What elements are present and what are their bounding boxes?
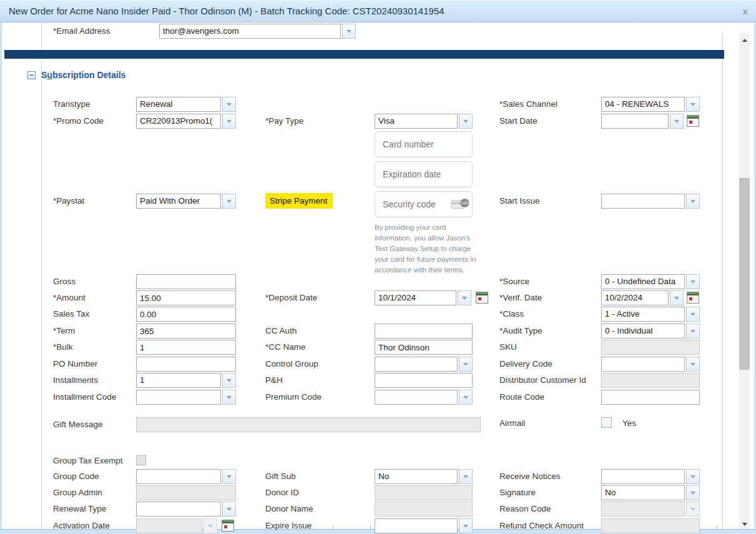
reason-code-select: [601, 502, 700, 517]
sku-input: [601, 340, 700, 355]
gross-input[interactable]: [136, 274, 236, 289]
premium-code-value: [375, 390, 458, 405]
table-column-edge: [370, 525, 371, 529]
delivery-code-select[interactable]: [601, 357, 700, 372]
chevron-down-icon[interactable]: [686, 194, 700, 209]
chevron-down-icon[interactable]: [459, 114, 473, 129]
term-input[interactable]: [136, 324, 236, 339]
signature-select[interactable]: No: [601, 485, 700, 500]
email-select[interactable]: thor@avengers.com: [159, 24, 356, 39]
chevron-down-icon[interactable]: [222, 114, 236, 129]
class-select[interactable]: 1 - Active: [601, 307, 700, 322]
audit-type-select[interactable]: 0 - Individual: [601, 324, 700, 339]
chevron-down-icon[interactable]: [686, 485, 700, 500]
section-title-underlined: u: [47, 70, 52, 80]
sales-tax-input[interactable]: [136, 307, 236, 322]
source-select[interactable]: 0 - Undefined Data: [601, 274, 700, 289]
chevron-down-icon[interactable]: [222, 469, 236, 484]
chevron-down-icon: [686, 502, 700, 517]
distributor-customer-id-label: Distributor Customer Id: [499, 373, 586, 388]
installments-select[interactable]: 1: [136, 373, 236, 388]
chevron-down-icon[interactable]: [686, 97, 700, 112]
installment-code-label: Installment Code: [53, 390, 116, 405]
cvc-card-icon: 123: [451, 198, 469, 210]
installment-code-select[interactable]: [136, 390, 236, 405]
chevron-down-icon[interactable]: [458, 290, 471, 305]
pay-type-value: Visa: [375, 114, 458, 129]
calendar-icon[interactable]: [476, 292, 488, 304]
paystat-value: Paid With Order: [136, 194, 221, 209]
close-icon[interactable]: x: [743, 6, 748, 17]
cvc-123-text: 123: [461, 201, 468, 205]
paystat-select[interactable]: Paid With Order: [136, 194, 236, 209]
chevron-down-icon[interactable]: [670, 114, 684, 129]
table-column-edge: [333, 525, 333, 529]
start-date-value: [601, 114, 669, 129]
premium-code-select[interactable]: [375, 390, 473, 405]
gift-sub-select[interactable]: No: [375, 469, 473, 484]
chevron-down-icon[interactable]: [222, 390, 236, 405]
email-value: thor@avengers.com: [159, 24, 341, 39]
scrollbar-thumb[interactable]: [739, 178, 750, 370]
premium-code-label: Premium Code: [265, 390, 322, 405]
airmail-checkbox[interactable]: [601, 417, 612, 428]
cc-name-input[interactable]: [375, 340, 473, 355]
verif-date-select[interactable]: 10/2/2024: [601, 290, 684, 305]
airmail-yes-label: Yes: [622, 416, 636, 431]
class-label: *Class: [499, 307, 524, 322]
chevron-down-icon[interactable]: [686, 357, 700, 372]
chevron-down-icon[interactable]: [459, 469, 473, 484]
receive-notices-select[interactable]: [601, 469, 700, 484]
group-code-value: [136, 469, 221, 484]
start-issue-select[interactable]: [601, 194, 700, 209]
verif-date-label: *Verif. Date: [499, 290, 542, 305]
transtype-select[interactable]: Renewal: [136, 97, 236, 112]
expire-issue-select[interactable]: [375, 518, 473, 533]
pay-type-select[interactable]: Visa: [375, 114, 473, 129]
po-number-input[interactable]: [136, 357, 236, 372]
chevron-down-icon[interactable]: [670, 290, 684, 305]
group-code-select[interactable]: [136, 469, 236, 484]
cc-auth-input[interactable]: [375, 324, 473, 339]
start-date-select[interactable]: [601, 114, 684, 129]
chevron-down-icon[interactable]: [222, 373, 236, 388]
promo-code-select[interactable]: CR220913Promo1(: [136, 114, 236, 129]
renewal-type-select[interactable]: [136, 502, 236, 517]
collapse-icon[interactable]: −: [27, 71, 36, 79]
chevron-down-icon[interactable]: [686, 324, 700, 339]
activation-date-label: Activation Date: [53, 518, 110, 533]
refund-check-amount-label: Refund Check Amount: [499, 518, 584, 533]
amount-input[interactable]: [136, 290, 236, 305]
calendar-icon[interactable]: [222, 520, 234, 532]
chevron-down-icon[interactable]: [459, 518, 473, 533]
scroll-down-icon[interactable]: [739, 518, 750, 529]
amount-label: *Amount: [53, 290, 86, 305]
card-number-input[interactable]: [375, 131, 473, 157]
bulk-input[interactable]: [136, 340, 236, 355]
chevron-down-icon[interactable]: [222, 194, 236, 209]
expiration-date-input[interactable]: [375, 161, 473, 187]
chevron-down-icon[interactable]: [222, 502, 236, 517]
vertical-scrollbar[interactable]: [739, 32, 750, 529]
chevron-down-icon[interactable]: [686, 469, 700, 484]
cc-auth-label: CC Auth: [265, 324, 297, 339]
route-code-input[interactable]: [601, 390, 700, 405]
chevron-down-icon[interactable]: [459, 390, 473, 405]
deposit-date-select[interactable]: 10/1/2024: [375, 290, 471, 305]
start-issue-label: Start Issue: [499, 194, 540, 209]
calendar-icon[interactable]: [687, 115, 699, 127]
calendar-icon[interactable]: [687, 292, 699, 304]
scroll-up-icon[interactable]: [739, 32, 750, 44]
chevron-down-icon[interactable]: [686, 307, 700, 322]
chevron-down-icon[interactable]: [686, 274, 700, 289]
chevron-down-icon[interactable]: [459, 357, 473, 372]
sales-channel-select[interactable]: 04 - RENEWALS: [601, 97, 700, 112]
gift-message-label: Gift Message: [53, 417, 103, 432]
chevron-down-icon[interactable]: [222, 97, 236, 112]
expire-issue-value: [375, 518, 458, 533]
chevron-down-icon[interactable]: [342, 24, 356, 39]
group-tax-exempt-label: Group Tax Exempt: [53, 453, 123, 468]
gross-label: Gross: [53, 274, 76, 289]
control-group-select[interactable]: [375, 357, 473, 372]
ph-input[interactable]: [375, 373, 473, 388]
